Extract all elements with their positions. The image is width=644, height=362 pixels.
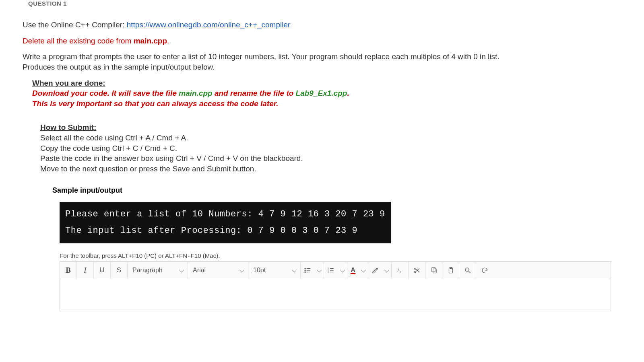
svg-point-1	[305, 270, 305, 271]
chevron-down-icon	[358, 266, 365, 274]
svg-point-22	[465, 268, 469, 272]
done-l2: This is very important so that you can a…	[32, 99, 278, 108]
done-l1a: Download your code. It will save the fil…	[32, 89, 179, 97]
console-line-2: The input list after Processing: 0 7 9 0…	[65, 222, 385, 239]
compiler-prefix: Use the Online C++ Compiler:	[23, 21, 127, 29]
clipboard-icon	[447, 267, 454, 274]
copy-button[interactable]	[425, 262, 442, 279]
console-line-1: Please enter a list of 10 Numbers: 4 7 9…	[65, 206, 385, 223]
done-l1c: and rename the file to	[213, 89, 296, 97]
highlight-button[interactable]	[368, 262, 392, 279]
delete-text-a: Delete all the existing code from	[23, 37, 134, 45]
svg-line-23	[469, 272, 471, 274]
svg-point-0	[305, 268, 305, 269]
when-done-block: When you are done: Download your code. I…	[32, 78, 628, 109]
compiler-link[interactable]: https://www.onlinegdb.com/online_c++_com…	[127, 21, 291, 29]
search-icon	[464, 267, 471, 274]
svg-rect-19	[433, 269, 436, 274]
chevron-down-icon	[381, 266, 388, 274]
delete-text-c: .	[167, 37, 169, 45]
text-color-label: A	[351, 266, 355, 274]
chevron-down-icon	[236, 267, 243, 274]
scissors-icon	[413, 267, 421, 274]
done-l1b: main.cpp	[179, 89, 212, 97]
clear-format-button[interactable]: Ix	[392, 262, 409, 279]
when-done-heading: When you are done:	[32, 79, 105, 87]
submit-l1: Select all the code using Ctrl + A / Cmd…	[40, 134, 188, 142]
how-submit-block: How to Submit: Select all the code using…	[40, 122, 628, 174]
highlighter-icon	[372, 267, 379, 274]
svg-line-17	[416, 269, 419, 272]
numbered-list-icon: 123	[327, 267, 334, 274]
font-size-value: 10pt	[253, 267, 266, 274]
font-family-select[interactable]: Arial	[188, 262, 248, 279]
delete-text-b: main.cpp	[134, 37, 167, 45]
svg-point-2	[305, 272, 305, 273]
task-block: Write a program that prompts the user to…	[23, 51, 628, 72]
editor-toolbar: B I U S Paragraph Arial 10pt 123 A	[60, 261, 611, 279]
svg-text:x: x	[400, 270, 402, 273]
block-format-select[interactable]: Paragraph	[128, 262, 188, 279]
bold-button[interactable]: B	[60, 262, 77, 279]
chevron-down-icon	[176, 267, 183, 274]
italic-button[interactable]: I	[77, 262, 94, 279]
task-line-1: Write a program that prompts the user to…	[23, 52, 500, 61]
task-line-2: Produces the output as in the sample inp…	[23, 63, 215, 71]
svg-text:3: 3	[328, 271, 329, 273]
cut-button[interactable]	[409, 262, 425, 279]
sample-heading: Sample input/output	[52, 186, 628, 195]
done-l1e: .	[347, 89, 349, 97]
delete-line: Delete all the existing code from main.c…	[23, 36, 628, 46]
chevron-down-icon	[337, 266, 344, 274]
undo-icon	[481, 267, 488, 274]
bold-label: B	[66, 266, 71, 275]
underline-button[interactable]: U	[94, 262, 111, 279]
question-header: QUESTION 1	[16, 0, 628, 14]
clear-format-icon: Ix	[396, 267, 404, 274]
strike-label: S	[117, 266, 121, 274]
done-l1d: Lab9_Ex1.cpp	[296, 89, 347, 97]
chevron-down-icon	[289, 267, 295, 274]
submit-heading: How to Submit:	[40, 123, 96, 132]
submit-l2: Copy the code using Ctrl + C / Cmd + C.	[40, 144, 177, 152]
svg-text:I: I	[397, 268, 398, 273]
font-family-value: Arial	[193, 267, 206, 274]
bullet-list-icon	[304, 267, 311, 274]
toolbar-hint: For the toolbar, press ALT+F10 (PC) or A…	[60, 252, 628, 259]
strike-button[interactable]: S	[111, 262, 128, 279]
undo-button[interactable]	[476, 262, 493, 279]
find-button[interactable]	[459, 262, 476, 279]
paste-button[interactable]	[442, 262, 459, 279]
bullet-list-button[interactable]	[301, 262, 324, 279]
sample-console: Please enter a list of 10 Numbers: 4 7 9…	[60, 202, 391, 244]
font-size-select[interactable]: 10pt	[248, 262, 301, 279]
svg-rect-18	[432, 268, 435, 272]
answer-editor[interactable]	[60, 279, 611, 311]
svg-line-16	[416, 269, 419, 272]
chevron-down-icon	[314, 266, 320, 274]
block-format-value: Paragraph	[132, 267, 163, 274]
underline-label: U	[99, 266, 104, 274]
submit-l4: Move to the next question or press the S…	[40, 165, 256, 173]
copy-icon	[430, 267, 438, 274]
numbered-list-button[interactable]: 123	[324, 262, 347, 279]
italic-label: I	[84, 266, 86, 275]
submit-l3: Paste the code in the answer box using C…	[40, 154, 303, 162]
compiler-line: Use the Online C++ Compiler: https://www…	[23, 20, 628, 30]
text-color-button[interactable]: A	[347, 262, 368, 279]
question-page: QUESTION 1 Use the Online C++ Compiler: …	[0, 0, 644, 362]
